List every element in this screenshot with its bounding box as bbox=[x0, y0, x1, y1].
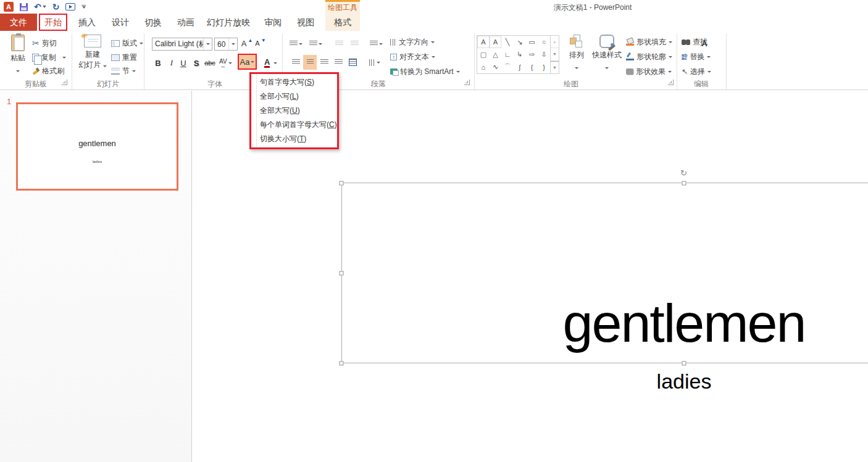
resize-handle-bottom-left[interactable] bbox=[340, 361, 344, 366]
shape-elbow-connector[interactable]: ∟ bbox=[501, 48, 514, 60]
resize-handle-middle-left[interactable] bbox=[340, 271, 344, 276]
grow-font-button[interactable]: A▲ bbox=[241, 36, 253, 51]
section-button[interactable]: 节 bbox=[111, 65, 136, 77]
clipboard-dialog-launcher[interactable] bbox=[62, 80, 67, 85]
numbering-dropdown-icon[interactable] bbox=[319, 43, 322, 45]
shape-rectangle[interactable]: ▭ bbox=[526, 36, 538, 48]
quick-styles-dropdown-icon[interactable] bbox=[605, 67, 609, 69]
tab-file[interactable]: 文件 bbox=[0, 14, 37, 31]
justify-button[interactable] bbox=[332, 55, 345, 70]
align-center-button[interactable] bbox=[303, 55, 317, 70]
shape-down-arrow[interactable]: ⇩ bbox=[538, 48, 550, 60]
font-size-combobox[interactable]: 60 bbox=[214, 38, 238, 51]
tab-view[interactable]: 视图 bbox=[291, 14, 320, 31]
shape-fill-dropdown-icon[interactable] bbox=[669, 41, 672, 43]
align-right-button[interactable] bbox=[317, 55, 331, 70]
layout-button[interactable]: 版式 bbox=[111, 37, 143, 49]
shape-line-arrow[interactable]: ↘ bbox=[514, 36, 526, 48]
convert-to-smartart-button[interactable]: 转换为 SmartArt bbox=[390, 65, 460, 78]
tab-transitions[interactable]: 切换 bbox=[138, 14, 168, 31]
shape-scribble[interactable]: ∿ bbox=[490, 61, 502, 73]
select-button[interactable]: ↖ 选择 bbox=[682, 65, 711, 78]
shapes-scroll-up-icon[interactable]: ▲ bbox=[551, 36, 559, 48]
align-text-button[interactable]: ↕ 对齐文本 bbox=[390, 51, 435, 63]
copy-dropdown-icon[interactable] bbox=[62, 57, 66, 59]
shape-curve[interactable]: ∫ bbox=[514, 61, 526, 73]
bold-button[interactable]: B bbox=[152, 56, 164, 70]
menu-item-uppercase[interactable]: 全部大写(U) bbox=[251, 104, 337, 118]
bullets-dropdown-icon[interactable] bbox=[299, 43, 303, 45]
paragraph-dialog-launcher[interactable] bbox=[464, 80, 470, 85]
bullets-button[interactable] bbox=[289, 36, 303, 51]
tab-design[interactable]: 设计 bbox=[106, 14, 135, 31]
shape-left-brace[interactable]: { bbox=[526, 61, 538, 73]
shape-freeform[interactable]: ⌂ bbox=[477, 61, 490, 73]
customize-qat-button[interactable] bbox=[81, 5, 86, 9]
text-direction-button[interactable]: 文字方向 bbox=[390, 36, 435, 48]
align-text-dropdown-icon[interactable] bbox=[432, 56, 435, 58]
menu-item-sentence-case[interactable]: 句首字母大写(S) bbox=[251, 75, 337, 89]
line-spacing-button[interactable] bbox=[369, 36, 383, 51]
increase-indent-button[interactable] bbox=[348, 36, 361, 51]
tab-format[interactable]: 格式 bbox=[325, 14, 360, 31]
undo-button[interactable]: ↶ bbox=[34, 2, 46, 12]
resize-handle-bottom-middle[interactable] bbox=[682, 361, 686, 366]
quick-styles-button[interactable]: 快速样式 bbox=[590, 35, 624, 76]
shape-effects-dropdown-icon[interactable] bbox=[668, 71, 672, 73]
menu-item-lowercase[interactable]: 全部小写(L) bbox=[251, 89, 337, 104]
resize-handle-top-middle[interactable] bbox=[682, 181, 686, 186]
tab-home[interactable]: 开始 bbox=[39, 14, 67, 31]
resize-handle-top-left[interactable] bbox=[340, 181, 344, 186]
replace-dropdown-icon[interactable] bbox=[707, 56, 711, 58]
shape-rounded-rectangle[interactable]: ▢ bbox=[477, 48, 490, 60]
shape-triangle[interactable]: △ bbox=[490, 48, 502, 60]
paste-button[interactable]: 粘贴 bbox=[4, 35, 32, 76]
distribute-button[interactable] bbox=[346, 55, 359, 70]
shape-outline-dropdown-icon[interactable] bbox=[669, 56, 672, 58]
underline-button[interactable]: U bbox=[177, 56, 190, 70]
textbox-border-top[interactable] bbox=[341, 183, 868, 183]
copy-button[interactable]: 复制 bbox=[32, 51, 66, 64]
font-size-value[interactable]: 60 bbox=[215, 40, 228, 49]
shape-outline-button[interactable]: 形状轮廓 bbox=[626, 51, 672, 63]
change-case-dropdown-icon[interactable] bbox=[251, 61, 254, 63]
font-name-value[interactable]: Calibri Light (标 bbox=[152, 39, 203, 49]
tab-review[interactable]: 审阅 bbox=[258, 14, 288, 31]
font-color-button[interactable]: A bbox=[264, 56, 277, 70]
decrease-indent-button[interactable] bbox=[332, 36, 346, 51]
powerpoint-logo-icon[interactable]: A bbox=[4, 2, 14, 12]
start-slideshow-icon[interactable] bbox=[65, 3, 75, 10]
character-spacing-dropdown-icon[interactable] bbox=[228, 62, 232, 64]
shape-effects-button[interactable]: 形状效果 bbox=[626, 65, 672, 78]
shape-right-arrow[interactable]: ⇨ bbox=[526, 48, 538, 60]
font-size-dropdown-icon[interactable] bbox=[228, 38, 237, 50]
font-name-combobox[interactable]: Calibri Light (标 bbox=[152, 38, 212, 51]
shape-arc[interactable]: ⌒ bbox=[501, 61, 514, 73]
shape-vertical-text-box[interactable]: A bbox=[490, 36, 502, 48]
align-left-button[interactable] bbox=[289, 55, 303, 70]
strikethrough-button[interactable]: abc bbox=[204, 56, 216, 70]
shape-oval[interactable]: ○ bbox=[538, 36, 550, 48]
new-slide-dropdown-icon[interactable] bbox=[103, 65, 107, 67]
tab-insert[interactable]: 插入 bbox=[72, 14, 102, 31]
paste-dropdown-icon[interactable] bbox=[16, 70, 20, 72]
font-name-dropdown-icon[interactable] bbox=[203, 38, 212, 50]
text-shadow-button[interactable]: S bbox=[190, 56, 202, 70]
save-icon[interactable] bbox=[20, 3, 28, 11]
replace-button[interactable]: abac 替换 bbox=[682, 51, 711, 63]
format-painter-button[interactable]: 格式刷 bbox=[32, 65, 64, 77]
shapes-more-icon[interactable]: ▼ bbox=[551, 61, 559, 73]
character-spacing-button[interactable]: AV ↔ bbox=[219, 56, 232, 70]
slide-thumbnail-1[interactable]: gentlemen ladies bbox=[16, 102, 178, 191]
change-case-button[interactable]: Aa bbox=[238, 54, 257, 70]
shape-elbow-arrow-connector[interactable]: ↳ bbox=[514, 48, 526, 60]
menu-item-toggle-case[interactable]: 切换大小写(T) bbox=[251, 132, 337, 146]
select-dropdown-icon[interactable] bbox=[707, 71, 711, 73]
shrink-font-button[interactable]: A▼ bbox=[254, 36, 267, 51]
new-slide-button[interactable]: ✳ 新建 幻灯片 bbox=[78, 35, 107, 76]
arrange-dropdown-icon[interactable] bbox=[575, 67, 578, 69]
tab-animations[interactable]: 动画 bbox=[171, 14, 201, 31]
slide-title-text[interactable]: gentlemen bbox=[563, 292, 806, 355]
tab-slideshow[interactable]: 幻灯片放映 bbox=[204, 14, 253, 31]
shape-line[interactable]: ╲ bbox=[501, 36, 514, 48]
